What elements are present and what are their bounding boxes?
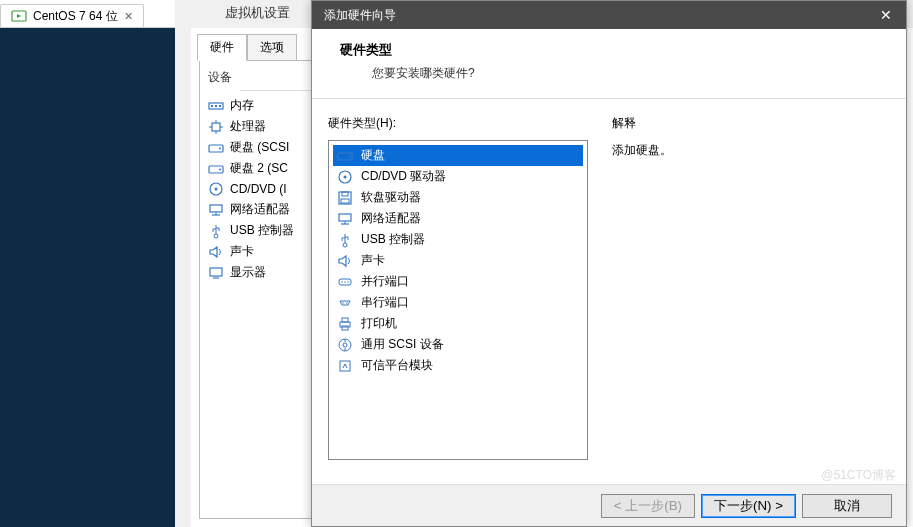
- wizard-heading: 硬件类型: [340, 41, 882, 59]
- vm-tab-centos[interactable]: CentOS 7 64 位 ✕: [0, 4, 144, 27]
- disk-icon: [208, 140, 224, 156]
- hardware-option-label: 打印机: [361, 315, 397, 332]
- device-label: 处理器: [230, 118, 266, 135]
- hardware-option-label: 并行端口: [361, 273, 409, 290]
- vm-tab-bar: CentOS 7 64 位 ✕: [0, 0, 175, 28]
- wizard-titlebar: 添加硬件向导 ✕: [312, 1, 906, 29]
- hardware-option[interactable]: 串行端口: [333, 292, 583, 313]
- cpu-icon: [208, 119, 224, 135]
- vm-icon: [11, 8, 27, 24]
- device-label: 显示器: [230, 264, 266, 281]
- hardware-option-label: 网络适配器: [361, 210, 421, 227]
- description-label: 解释: [612, 115, 672, 132]
- hardware-option[interactable]: 通用 SCSI 设备: [333, 334, 583, 355]
- wizard-body: 硬件类型(H): 硬盘CD/DVD 驱动器软盘驱动器网络适配器USB 控制器声卡…: [312, 99, 906, 484]
- next-button[interactable]: 下一步(N) >: [701, 494, 796, 518]
- net-icon: [208, 202, 224, 218]
- disk-icon: [337, 148, 353, 164]
- cancel-button[interactable]: 取消: [802, 494, 892, 518]
- wizard-title: 添加硬件向导: [324, 7, 396, 24]
- hardware-option[interactable]: 并行端口: [333, 271, 583, 292]
- printer-icon: [337, 316, 353, 332]
- close-button[interactable]: ✕: [866, 1, 906, 29]
- hardware-option-label: 通用 SCSI 设备: [361, 336, 444, 353]
- hardware-option[interactable]: CD/DVD 驱动器: [333, 166, 583, 187]
- sound-icon: [208, 244, 224, 260]
- serial-icon: [337, 295, 353, 311]
- hardware-option-label: 软盘驱动器: [361, 189, 421, 206]
- hardware-option[interactable]: 打印机: [333, 313, 583, 334]
- tpm-icon: [337, 358, 353, 374]
- cd-icon: [208, 181, 224, 197]
- tab-hardware[interactable]: 硬件: [197, 34, 247, 61]
- hardware-option-label: 串行端口: [361, 294, 409, 311]
- description-column: 解释 添加硬盘。: [612, 115, 672, 484]
- hardware-option-label: 硬盘: [361, 147, 385, 164]
- device-label: 网络适配器: [230, 201, 290, 218]
- wizard-header: 硬件类型 您要安装哪类硬件?: [312, 29, 906, 99]
- hardware-type-listbox[interactable]: 硬盘CD/DVD 驱动器软盘驱动器网络适配器USB 控制器声卡并行端口串行端口打…: [328, 140, 588, 460]
- hardware-option-label: 声卡: [361, 252, 385, 269]
- device-label: USB 控制器: [230, 222, 294, 239]
- wizard-footer: < 上一步(B) 下一步(N) > 取消: [312, 484, 906, 526]
- disk-icon: [208, 161, 224, 177]
- device-label: CD/DVD (I: [230, 182, 287, 196]
- add-hardware-wizard: 添加硬件向导 ✕ 硬件类型 您要安装哪类硬件? 硬件类型(H): 硬盘CD/DV…: [311, 0, 907, 527]
- hardware-option-label: 可信平台模块: [361, 357, 433, 374]
- hardware-option-label: CD/DVD 驱动器: [361, 168, 446, 185]
- hardware-option-label: USB 控制器: [361, 231, 425, 248]
- hardware-option[interactable]: 声卡: [333, 250, 583, 271]
- device-label: 声卡: [230, 243, 254, 260]
- hardware-option[interactable]: 可信平台模块: [333, 355, 583, 376]
- hardware-type-column: 硬件类型(H): 硬盘CD/DVD 驱动器软盘驱动器网络适配器USB 控制器声卡…: [328, 115, 588, 484]
- back-button: < 上一步(B): [601, 494, 695, 518]
- vm-console-area: [0, 28, 175, 527]
- sound-icon: [337, 253, 353, 269]
- device-label: 硬盘 2 (SC: [230, 160, 288, 177]
- scsi-icon: [337, 337, 353, 353]
- device-label: 内存: [230, 97, 254, 114]
- net-icon: [337, 211, 353, 227]
- usb-icon: [337, 232, 353, 248]
- display-icon: [208, 265, 224, 281]
- memory-icon: [208, 98, 224, 114]
- device-label: 硬盘 (SCSI: [230, 139, 289, 156]
- cd-icon: [337, 169, 353, 185]
- parallel-icon: [337, 274, 353, 290]
- hardware-option[interactable]: 网络适配器: [333, 208, 583, 229]
- hardware-type-label: 硬件类型(H):: [328, 115, 588, 132]
- usb-icon: [208, 223, 224, 239]
- vm-tab-label: CentOS 7 64 位: [33, 8, 118, 25]
- hardware-option[interactable]: 硬盘: [333, 145, 583, 166]
- description-text: 添加硬盘。: [612, 142, 672, 159]
- tab-options[interactable]: 选项: [247, 34, 297, 61]
- floppy-icon: [337, 190, 353, 206]
- close-tab-icon[interactable]: ✕: [124, 10, 133, 23]
- hardware-option[interactable]: USB 控制器: [333, 229, 583, 250]
- wizard-subheading: 您要安装哪类硬件?: [340, 65, 882, 82]
- hardware-option[interactable]: 软盘驱动器: [333, 187, 583, 208]
